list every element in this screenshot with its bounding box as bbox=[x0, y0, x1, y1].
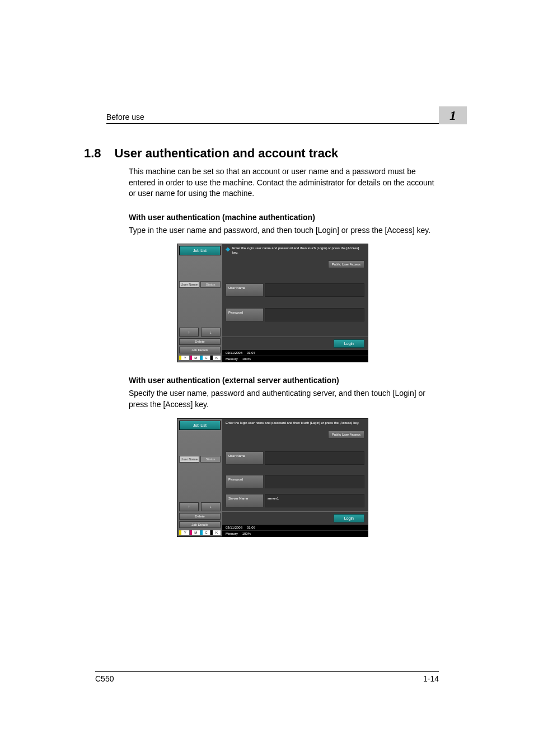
instruction-message: Enter the login user name and password a… bbox=[232, 246, 364, 254]
toner-y-icon: Y bbox=[179, 356, 189, 360]
job-list-button[interactable]: Job List bbox=[179, 421, 221, 430]
user-name-button[interactable]: User Name bbox=[226, 283, 264, 297]
toner-m-icon: M bbox=[190, 356, 200, 360]
password-input[interactable] bbox=[265, 308, 364, 321]
server-name-button[interactable]: Server Name bbox=[226, 494, 264, 507]
tab-status[interactable]: Status bbox=[200, 456, 221, 463]
footer-model: C550 bbox=[95, 674, 114, 683]
login-screenshot-machine: Job List User Name Status ↑ ↓ Delete Job… bbox=[177, 244, 368, 362]
public-user-access-button[interactable]: Public User Access bbox=[328, 260, 364, 268]
info-icon bbox=[226, 247, 230, 251]
toner-c-icon: C bbox=[200, 356, 210, 360]
status-memory-label: Memory bbox=[226, 532, 238, 535]
section-title: User authentication and account track bbox=[115, 146, 339, 161]
status-time: 01:09 bbox=[247, 526, 255, 529]
job-details-button[interactable]: Job Details bbox=[179, 347, 221, 353]
password-button[interactable]: Password bbox=[226, 475, 264, 488]
instruction-message: Enter the login user name and password a… bbox=[226, 421, 359, 425]
status-memory-value: 100% bbox=[242, 357, 251, 361]
login-button[interactable]: Login bbox=[334, 339, 364, 348]
tab-status[interactable]: Status bbox=[200, 281, 221, 288]
public-user-access-button[interactable]: Public User Access bbox=[328, 431, 364, 438]
status-memory-value: 100% bbox=[242, 532, 251, 535]
paragraph-machine-auth: Type in the user name and password, and … bbox=[129, 225, 439, 236]
status-memory-label: Memory bbox=[226, 357, 238, 361]
chapter-number-badge: 1 bbox=[439, 106, 467, 124]
user-name-button[interactable]: User Name bbox=[226, 451, 264, 465]
server-name-value[interactable]: server1 bbox=[265, 494, 364, 507]
status-date: 03/11/2008 bbox=[226, 526, 242, 529]
arrow-down-button[interactable]: ↓ bbox=[201, 502, 221, 511]
footer-page: 1-14 bbox=[423, 674, 439, 683]
subheading-machine-auth: With user authentication (machine authen… bbox=[129, 213, 439, 222]
delete-button[interactable]: Delete bbox=[179, 338, 221, 345]
page-header-label: Before use bbox=[106, 113, 144, 122]
status-date: 03/11/2008 bbox=[226, 351, 242, 354]
toner-y-icon: Y bbox=[179, 530, 189, 535]
tab-user-name[interactable]: User Name bbox=[179, 456, 199, 463]
login-button[interactable]: Login bbox=[334, 514, 364, 522]
arrow-up-button[interactable]: ↑ bbox=[179, 502, 199, 511]
toner-c-icon: C bbox=[200, 530, 210, 535]
section-heading: 1.8 User authentication and account trac… bbox=[84, 146, 439, 161]
job-details-button[interactable]: Job Details bbox=[179, 521, 221, 528]
tab-user-name[interactable]: User Name bbox=[179, 281, 199, 288]
password-button[interactable]: Password bbox=[226, 308, 264, 321]
job-list-button[interactable]: Job List bbox=[179, 246, 221, 255]
chapter-number: 1 bbox=[449, 108, 456, 123]
arrow-up-button[interactable]: ↑ bbox=[179, 328, 199, 337]
user-name-input[interactable] bbox=[265, 451, 364, 465]
login-screenshot-external: Job List User Name Status ↑ ↓ Delete Job… bbox=[177, 418, 368, 537]
toner-k-icon: K bbox=[210, 356, 221, 360]
arrow-down-button[interactable]: ↓ bbox=[201, 328, 221, 337]
intro-paragraph: This machine can be set so that an accou… bbox=[129, 166, 439, 199]
user-name-input[interactable] bbox=[265, 283, 364, 297]
paragraph-external-auth: Specify the user name, password and auth… bbox=[129, 388, 439, 410]
toner-k-icon: K bbox=[210, 530, 221, 535]
toner-m-icon: M bbox=[190, 530, 200, 535]
delete-button[interactable]: Delete bbox=[179, 513, 221, 520]
subheading-external-auth: With user authentication (external serve… bbox=[129, 376, 439, 385]
password-input[interactable] bbox=[265, 475, 364, 488]
status-time: 01:07 bbox=[247, 351, 255, 354]
section-number: 1.8 bbox=[84, 146, 101, 161]
